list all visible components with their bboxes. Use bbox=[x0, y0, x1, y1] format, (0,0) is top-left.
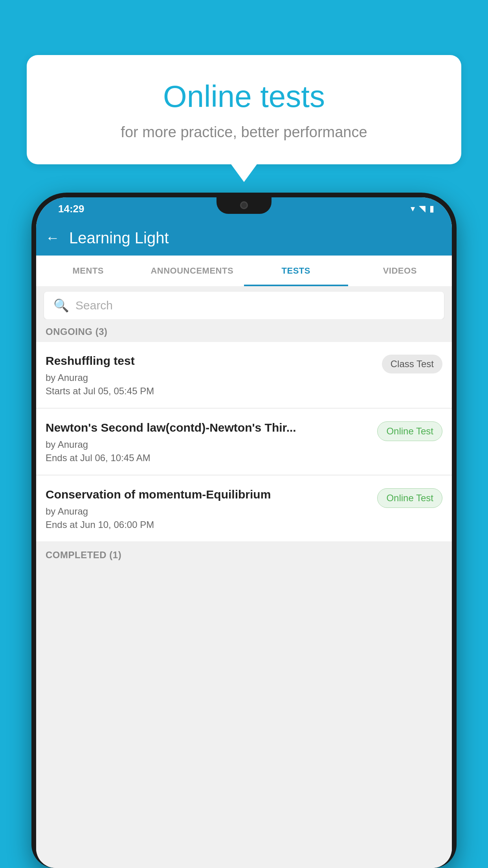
test-time-1: Starts at Jul 05, 05:45 PM bbox=[46, 386, 376, 397]
test-badge-3: Online Test bbox=[377, 488, 442, 508]
front-camera bbox=[240, 201, 248, 209]
phone-notch bbox=[216, 197, 272, 214]
battery-icon: ▮ bbox=[429, 204, 434, 214]
signal-icon: ◥ bbox=[419, 204, 426, 214]
phone-frame: 14:29 ▾ ◥ ▮ ← Learning Light MENTS ANNOU… bbox=[31, 193, 457, 868]
tabs-bar: MENTS ANNOUNCEMENTS TESTS VIDEOS bbox=[36, 256, 452, 286]
search-placeholder: Search bbox=[75, 299, 113, 312]
tab-tests[interactable]: TESTS bbox=[244, 256, 348, 286]
test-badge-1: Class Test bbox=[382, 355, 442, 373]
test-card-2[interactable]: Newton's Second law(contd)-Newton's Thir… bbox=[36, 409, 452, 474]
tab-videos[interactable]: VIDEOS bbox=[348, 256, 452, 286]
section-header-completed: COMPLETED (1) bbox=[36, 542, 452, 565]
test-badge-2: Online Test bbox=[377, 421, 442, 441]
test-info-2: Newton's Second law(contd)-Newton's Thir… bbox=[46, 420, 371, 463]
test-author-2: by Anurag bbox=[46, 439, 371, 450]
back-button[interactable]: ← bbox=[46, 230, 60, 246]
bubble-title: Online tests bbox=[46, 79, 442, 114]
status-icons: ▾ ◥ ▮ bbox=[411, 204, 434, 214]
app-bar: ← Learning Light bbox=[36, 220, 452, 256]
test-card-3[interactable]: Conservation of momentum-Equilibrium by … bbox=[36, 476, 452, 541]
search-bar[interactable]: 🔍 Search bbox=[44, 292, 444, 319]
phone-screen: 14:29 ▾ ◥ ▮ ← Learning Light MENTS ANNOU… bbox=[36, 197, 452, 868]
speech-bubble: Online tests for more practice, better p… bbox=[27, 55, 461, 164]
test-info-3: Conservation of momentum-Equilibrium by … bbox=[46, 487, 371, 530]
test-time-2: Ends at Jul 06, 10:45 AM bbox=[46, 452, 371, 463]
search-icon: 🔍 bbox=[53, 298, 69, 313]
app-title: Learning Light bbox=[69, 229, 169, 247]
wifi-icon: ▾ bbox=[411, 204, 415, 214]
test-author-3: by Anurag bbox=[46, 506, 371, 517]
test-name-2: Newton's Second law(contd)-Newton's Thir… bbox=[46, 420, 371, 435]
section-header-ongoing: ONGOING (3) bbox=[36, 319, 452, 342]
status-time: 14:29 bbox=[58, 203, 84, 215]
content-area: ONGOING (3) Reshuffling test by Anurag S… bbox=[36, 319, 452, 868]
test-card-1[interactable]: Reshuffling test by Anurag Starts at Jul… bbox=[36, 342, 452, 408]
tab-ments[interactable]: MENTS bbox=[36, 256, 140, 286]
test-author-1: by Anurag bbox=[46, 372, 376, 383]
test-name-1: Reshuffling test bbox=[46, 353, 376, 368]
bubble-subtitle: for more practice, better performance bbox=[46, 124, 442, 141]
tab-announcements[interactable]: ANNOUNCEMENTS bbox=[140, 256, 244, 286]
test-time-3: Ends at Jun 10, 06:00 PM bbox=[46, 519, 371, 530]
test-info-1: Reshuffling test by Anurag Starts at Jul… bbox=[46, 353, 376, 397]
test-name-3: Conservation of momentum-Equilibrium bbox=[46, 487, 371, 502]
